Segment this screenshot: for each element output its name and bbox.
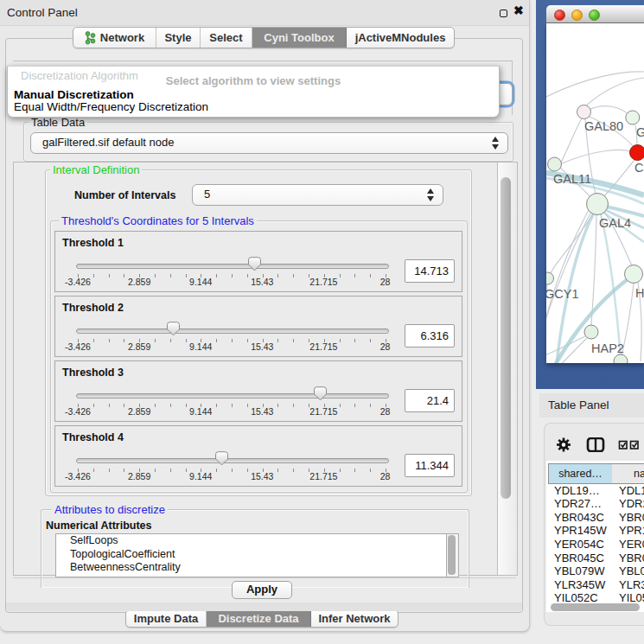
svg-text:GAL80: GAL80 xyxy=(584,119,623,133)
svg-text:HAP2: HAP2 xyxy=(591,341,624,355)
svg-text:GCY1: GCY1 xyxy=(546,287,579,301)
svg-text:GAL4: GAL4 xyxy=(599,216,631,230)
svg-text:HAP1: HAP1 xyxy=(635,286,644,300)
svg-text:CYC8: CYC8 xyxy=(634,161,644,175)
svg-text:GAL11: GAL11 xyxy=(553,172,591,186)
svg-text:GRR1: GRR1 xyxy=(636,125,644,139)
